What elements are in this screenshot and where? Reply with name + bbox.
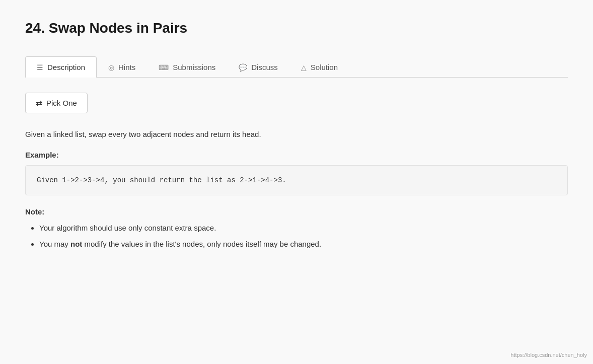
not-bold: not xyxy=(70,240,82,248)
tab-discuss[interactable]: 💬 Discuss xyxy=(227,56,289,78)
tab-solution-label: Solution xyxy=(311,63,338,71)
tab-hints[interactable]: ◎ Hints xyxy=(97,56,147,78)
tab-discuss-label: Discuss xyxy=(251,63,278,71)
tab-solution[interactable]: △ Solution xyxy=(289,56,349,78)
solution-icon: △ xyxy=(301,63,307,71)
hints-icon: ◎ xyxy=(108,63,114,71)
tab-description-label: Description xyxy=(47,63,85,71)
note-label: Note: xyxy=(25,207,568,216)
tabs-container: ☰ Description ◎ Hints ⌨ Submissions 💬 Di… xyxy=(25,56,568,78)
discuss-icon: 💬 xyxy=(239,63,247,71)
tab-description[interactable]: ☰ Description xyxy=(25,56,97,78)
main-description: Given a linked list, swap every two adja… xyxy=(25,128,568,140)
page-title: 24. Swap Nodes in Pairs xyxy=(25,20,568,36)
notes-list: Your algorithm should use only constant … xyxy=(25,222,568,250)
pick-one-button[interactable]: ⇄ Pick One xyxy=(25,93,88,113)
tab-submissions[interactable]: ⌨ Submissions xyxy=(147,56,227,78)
code-example: Given 1->2->3->4, you should return the … xyxy=(25,165,568,195)
pick-one-label: Pick One xyxy=(46,99,77,107)
description-section: Given a linked list, swap every two adja… xyxy=(25,128,568,250)
watermark: https://blog.csdn.net/chen_holy xyxy=(510,352,587,358)
description-icon: ☰ xyxy=(37,63,43,71)
tabs-list: ☰ Description ◎ Hints ⌨ Submissions 💬 Di… xyxy=(25,56,568,77)
tab-hints-label: Hints xyxy=(118,63,135,71)
code-example-text: Given 1->2->3->4, you should return the … xyxy=(37,176,286,184)
submissions-icon: ⌨ xyxy=(159,63,169,71)
note-item-1: Your algorithm should use only constant … xyxy=(39,222,568,234)
example-label: Example: xyxy=(25,151,568,159)
shuffle-icon: ⇄ xyxy=(36,98,42,108)
note-item-2: You may not modify the values in the lis… xyxy=(39,238,568,250)
tab-submissions-label: Submissions xyxy=(173,63,215,71)
